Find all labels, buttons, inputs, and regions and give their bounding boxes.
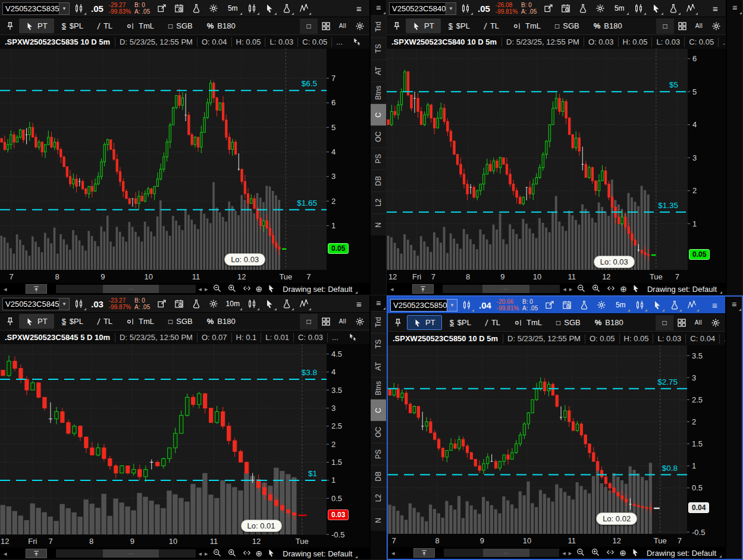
toolbar-gear-icon[interactable]	[708, 18, 724, 33]
share-icon[interactable]	[541, 298, 557, 313]
zoom-out-icon[interactable]	[211, 548, 223, 559]
zoom-out-icon[interactable]	[211, 284, 223, 294]
cursor-tool-icon[interactable]	[261, 1, 277, 16]
symbol-dropdown-button[interactable]: ▼	[59, 298, 70, 310]
tml-tool-button[interactable]: TmL	[507, 18, 547, 33]
symbol-input[interactable]: V250523C5840	[389, 2, 446, 15]
drawing-flask-icon[interactable]	[666, 298, 682, 313]
menu-list-icon[interactable]: ≡	[351, 1, 367, 16]
sidebar-menu-icon[interactable]: ≡	[371, 295, 386, 311]
zoom-in-icon[interactable]	[226, 548, 238, 559]
sgb-tool-button[interactable]: □SGB	[550, 315, 587, 330]
sidebar-tab-ps[interactable]: PS	[371, 443, 386, 465]
sidebar-tab-trd[interactable]: Trd	[371, 15, 386, 37]
tl-tool-button[interactable]: /TL	[479, 315, 507, 331]
grid-layout-icon[interactable]	[674, 18, 690, 33]
scroll-left-arrow[interactable]: ◂	[390, 285, 394, 293]
analyze-flask-icon[interactable]	[576, 298, 592, 313]
all-button[interactable]: All	[334, 314, 352, 329]
pl-tool-button[interactable]: $$PL	[55, 314, 90, 329]
ohlc-more[interactable]: ...	[719, 334, 725, 344]
crosshair-icon[interactable]: ⊕	[620, 284, 627, 294]
scrollbar-thumb[interactable]: ⋯	[482, 285, 529, 293]
sidebar-tab-l2[interactable]: L2	[371, 191, 386, 213]
share-icon[interactable]	[540, 1, 556, 16]
calendar-icon[interactable]	[171, 297, 187, 312]
sidebar-tab-ts[interactable]: TS	[371, 333, 386, 355]
pin-icon[interactable]	[2, 314, 18, 329]
maximize-icon[interactable]: □	[300, 18, 318, 34]
timeframe-button[interactable]: 5m	[610, 298, 631, 313]
chart-scrollbar[interactable]: ⋯	[56, 285, 196, 293]
all-button[interactable]: All	[334, 18, 352, 33]
drawing-set-label[interactable]: Drawing set: Default	[283, 549, 358, 558]
symbol-dropdown-button[interactable]: ▼	[446, 2, 456, 15]
b180-tool-button[interactable]: %B180	[587, 18, 629, 33]
symbol-dropdown-button[interactable]: ▼	[59, 2, 70, 15]
toolbar-gear-icon[interactable]	[707, 315, 723, 330]
sidebar-tab-c[interactable]: C	[371, 399, 386, 421]
sidebar-tab-oc[interactable]: OC	[371, 421, 386, 443]
pan-right-button[interactable]: ▸	[205, 285, 208, 293]
settings-gear-icon[interactable]	[593, 298, 609, 313]
scroll-left-arrow[interactable]: ◂	[4, 285, 7, 293]
grid-layout-icon[interactable]	[673, 315, 689, 330]
zoom-in-icon[interactable]	[590, 548, 601, 558]
pt-tool-button[interactable]: PT	[19, 314, 54, 329]
pt-tool-button[interactable]: PT	[19, 18, 54, 33]
sgb-tool-button[interactable]: □SGB	[162, 314, 199, 329]
drawing-set-label[interactable]: Drawing set: Default	[647, 549, 722, 558]
pin-icon[interactable]	[2, 18, 18, 33]
share-icon[interactable]	[153, 1, 170, 16]
pl-tool-button[interactable]: $$PL	[442, 18, 476, 33]
crosshair-icon[interactable]: ⊕	[256, 284, 263, 294]
menu-list-icon[interactable]: ≡	[351, 297, 367, 312]
settings-gear-icon[interactable]	[205, 297, 221, 312]
scrollbar-thumb[interactable]: ⋯	[103, 549, 159, 558]
drawing-set-label[interactable]: Drawing set: Default	[647, 285, 722, 294]
symbol-input[interactable]: V250523C5835	[2, 2, 59, 15]
zoom-out-icon[interactable]	[575, 548, 587, 558]
chart-style-icon[interactable]	[632, 298, 648, 313]
pl-tool-button[interactable]: $$PL	[443, 315, 478, 330]
chart-style-icon[interactable]	[244, 297, 260, 312]
sidebar-menu-icon[interactable]: ≡	[726, 297, 742, 312]
maximize-icon[interactable]: □	[656, 315, 673, 331]
grid-layout-icon[interactable]	[318, 18, 334, 33]
fit-width-icon[interactable]	[604, 548, 616, 558]
menu-list-icon[interactable]: ≡	[707, 1, 723, 16]
sidebar-menu-icon[interactable]: ≡	[727, 0, 742, 15]
pattern-tool-icon[interactable]	[684, 298, 700, 313]
chart-scrollbar[interactable]: ⋯	[444, 549, 560, 557]
scroll-left-arrow[interactable]: ◂	[4, 550, 7, 558]
ohlc-more[interactable]: ...	[718, 37, 726, 47]
chart-style-icon[interactable]	[631, 1, 647, 16]
pan-left-button[interactable]: ◂	[199, 285, 202, 293]
pan-right-button[interactable]: ▸	[569, 285, 573, 293]
tl-tool-button[interactable]: /TL	[478, 18, 506, 34]
all-button[interactable]: All	[690, 18, 708, 33]
sidebar-tab-trd[interactable]: Trd	[371, 311, 386, 333]
pan-right-button[interactable]: ▸	[569, 549, 572, 557]
chart-scrollbar[interactable]: ⋯	[443, 285, 560, 293]
pan-left-button[interactable]: ◂	[563, 285, 566, 293]
zoom-out-icon[interactable]	[575, 284, 587, 294]
cursor-tool-icon[interactable]	[649, 298, 665, 313]
settings-gear-icon[interactable]	[205, 1, 221, 16]
zoom-in-icon[interactable]	[590, 284, 602, 294]
tl-tool-button[interactable]: /TL	[91, 314, 119, 329]
sidebar-tab-n[interactable]: N	[371, 509, 386, 531]
sidebar-tab-at[interactable]: AT	[371, 355, 386, 377]
analyze-flask-icon[interactable]	[188, 1, 204, 16]
sidebar-tab-n[interactable]: N	[371, 213, 386, 235]
tml-tool-button[interactable]: TmL	[120, 18, 161, 33]
fit-width-icon[interactable]	[241, 548, 253, 559]
calendar-icon[interactable]	[557, 1, 573, 16]
share-icon[interactable]	[153, 297, 170, 312]
drawing-set-label[interactable]: Drawing set: Default	[283, 285, 358, 294]
sidebar-tab-at[interactable]: AT	[371, 59, 386, 81]
sidebar-tab-db[interactable]: DB	[371, 465, 386, 487]
maximize-icon[interactable]: □	[300, 314, 318, 329]
crosshair-icon[interactable]: ⊕	[619, 548, 626, 558]
b180-tool-button[interactable]: %B180	[200, 18, 242, 33]
